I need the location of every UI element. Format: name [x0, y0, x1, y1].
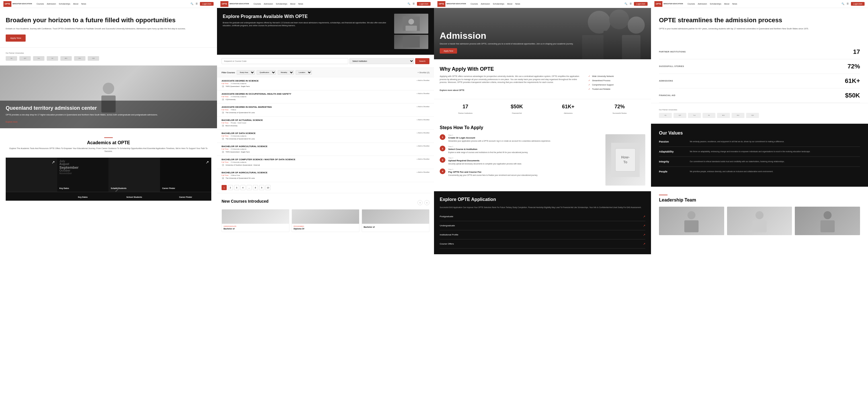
- nav-scholarships[interactable]: Scholarships: [59, 3, 70, 5]
- nav-scholarships-2[interactable]: Scholarships: [276, 3, 287, 5]
- apply-button[interactable]: Apply Now: [6, 34, 26, 41]
- page-btn-2[interactable]: 2: [228, 185, 233, 190]
- page-btn-1[interactable]: 1: [222, 185, 227, 190]
- filter-label: Filter Courses: [222, 71, 235, 73]
- page-btn-10[interactable]: 10: [266, 185, 271, 190]
- add-shortlist-7[interactable]: + Add to Shortlist: [416, 158, 429, 160]
- add-shortlist-8[interactable]: + Add to Shortlist: [416, 171, 429, 173]
- login-button-3[interactable]: Login/Join: [634, 2, 648, 6]
- qualification-select[interactable]: Qualification: [256, 70, 276, 75]
- nav-news-3[interactable]: News: [515, 3, 520, 5]
- menu-icon[interactable]: ☰: [196, 3, 198, 5]
- explore-item-institutional[interactable]: Institutional Profile ↗: [440, 230, 645, 239]
- nav-admission-3[interactable]: Admission: [481, 3, 490, 5]
- nav-prev[interactable]: ‹: [417, 200, 423, 205]
- why-link[interactable]: Explore more about OPTE: [440, 89, 464, 91]
- nav-courses-2[interactable]: Courses: [253, 3, 261, 5]
- shortlist-count[interactable]: + Shortlist (0): [417, 71, 429, 73]
- add-shortlist-4[interactable]: + Add to Shortlist: [416, 119, 429, 121]
- add-shortlist-5[interactable]: + Add to Shortlist: [416, 132, 429, 134]
- logo-3[interactable]: OPTE BRIGHTER EDUCATION: [437, 1, 466, 7]
- nav-courses[interactable]: Courses: [36, 3, 44, 5]
- grid-item-students[interactable]: ? School Students: [108, 158, 160, 192]
- add-shortlist-1[interactable]: + Add to Shortlist: [416, 80, 429, 81]
- step-3: 3 Step 3 Upload Required Documents Secur…: [440, 157, 601, 165]
- logo-4[interactable]: OPTE BRIGHTER EDUCATION: [654, 1, 683, 7]
- member-2-illustration: [751, 209, 768, 232]
- new-course-title-3: Bachelor of: [364, 226, 428, 228]
- add-shortlist-6[interactable]: + Add to Shortlist: [416, 145, 429, 147]
- step-desc-1: Streamline your application process with…: [448, 140, 551, 142]
- search-icon[interactable]: 🔍: [190, 3, 193, 5]
- explore-item-course-offers[interactable]: Course Offers ↗: [440, 239, 645, 248]
- logo-box: OPTE: [3, 1, 11, 7]
- page-btn-9[interactable]: 9: [259, 185, 264, 190]
- new-course-card-1: Undergraduate Bachelor of: [222, 209, 289, 232]
- login-button[interactable]: Login/Join: [200, 2, 214, 6]
- course-duration-8: 4 More Free: [231, 174, 240, 176]
- nav-about[interactable]: About: [73, 3, 78, 5]
- p4-stat-row-2: SUCESSFULL STORIES 72%: [659, 59, 860, 74]
- nav-about-4[interactable]: About: [724, 3, 729, 5]
- login-button-4[interactable]: Login/Join: [851, 2, 865, 6]
- logo-2[interactable]: OPTE BRIGHTER EDUCATION: [220, 1, 249, 7]
- p4-partners-label: Our Partner Universities: [659, 109, 860, 111]
- login-button-2[interactable]: Login/Join: [417, 2, 431, 6]
- location-select[interactable]: Location: [296, 70, 312, 75]
- menu-icon-4[interactable]: ☰: [847, 3, 849, 5]
- menu-icon-3[interactable]: ☰: [630, 3, 632, 5]
- page-btn-8[interactable]: 8: [253, 185, 258, 190]
- grid-item-dates[interactable]: July August September October November K…: [57, 158, 109, 192]
- nav-admission-2[interactable]: Admission: [264, 3, 273, 5]
- nav-about-3[interactable]: About: [507, 3, 512, 5]
- nav-next[interactable]: ›: [424, 200, 429, 205]
- menu-icon-2[interactable]: ☰: [413, 3, 415, 5]
- p2-hero-body: Browse the graduate and undergraduate de…: [223, 21, 390, 27]
- add-shortlist-2[interactable]: + Add to Shortlist: [416, 93, 429, 94]
- red-line-leadership: [659, 195, 668, 195]
- nav-courses-4[interactable]: Courses: [687, 3, 695, 5]
- study-area-select[interactable]: Study Area: [237, 70, 255, 75]
- territory-link[interactable]: Explore more: [6, 121, 18, 123]
- logo-1[interactable]: OPTE BRIGHTER EDUCATION: [3, 1, 32, 7]
- search-icon-4[interactable]: 🔍: [841, 3, 844, 5]
- svg-rect-4: [405, 26, 417, 31]
- arrow-right-icon: ↗: [206, 160, 209, 165]
- values-section: Our Values Passion We embody passion, ex…: [651, 124, 868, 187]
- p4-partner-logos: UQ QUT Fed GU ACU SCU CQU: [659, 113, 860, 118]
- nav-news-2[interactable]: News: [298, 3, 303, 5]
- nav-news-4[interactable]: News: [732, 3, 737, 5]
- explore-items: Postgraduate ↗ Undergraduate ↗ Instituti…: [440, 212, 645, 248]
- search-button[interactable]: Search: [415, 58, 429, 64]
- hero-image-2-illustration: [403, 36, 420, 48]
- nav-admission[interactable]: Admission: [47, 3, 56, 5]
- institution-select[interactable]: Select Institution: [349, 58, 414, 64]
- search-icon-3[interactable]: 🔍: [624, 3, 627, 5]
- panel-2: OPTE BRIGHTER EDUCATION Courses Admissio…: [217, 0, 434, 415]
- explore-item-postgraduate[interactable]: Postgraduate ↗: [440, 212, 645, 221]
- nav-courses-3[interactable]: Courses: [470, 3, 478, 5]
- apply-button-3[interactable]: Apply Now: [440, 48, 457, 54]
- nav-scholarships-3[interactable]: Scholarships: [493, 3, 504, 5]
- add-shortlist-3[interactable]: + Add to Shortlist: [416, 106, 429, 108]
- grid-item-career[interactable]: ↗ Career Finder: [160, 158, 212, 192]
- explore-item-undergraduate[interactable]: Undergraduate ↗: [440, 221, 645, 230]
- step-num-3: 3: [440, 157, 445, 163]
- grid-item-arrow[interactable]: ↗: [6, 158, 57, 192]
- nav-news[interactable]: News: [81, 3, 86, 5]
- nav-4: OPTE BRIGHTER EDUCATION Courses Admissio…: [651, 0, 868, 8]
- nav-about-2[interactable]: About: [290, 3, 295, 5]
- step-num-1: 1: [440, 134, 445, 140]
- page-btn-4[interactable]: 4: [240, 185, 246, 190]
- search-icon-2[interactable]: 🔍: [407, 3, 410, 5]
- p4-heading: OPTE streamlines the admission process: [659, 17, 860, 24]
- search-input[interactable]: [222, 58, 348, 64]
- grid-label-career: Career Finder: [162, 187, 176, 189]
- nav-admission-4[interactable]: Admission: [698, 3, 707, 5]
- course-title-3: ASSOCIATE DEGREE IN DIGITAL MARKETING: [222, 106, 272, 108]
- modality-select[interactable]: Modality: [278, 70, 294, 75]
- nav-scholarships-4[interactable]: Scholarships: [710, 3, 721, 5]
- page-btn-3[interactable]: 3: [234, 185, 239, 190]
- new-course-title-2: Diploma Of: [293, 228, 358, 230]
- course-duration-7: 2 University subjects: [231, 161, 246, 163]
